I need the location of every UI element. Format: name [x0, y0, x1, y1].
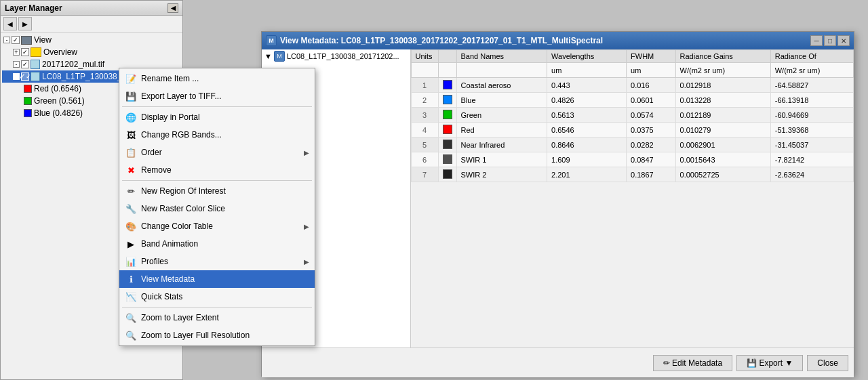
color-box-2: [443, 95, 452, 104]
table-row: 1 Coastal aeroso 0.443 0.016 0.012918 -6…: [411, 78, 854, 93]
expand-view[interactable]: -: [3, 37, 10, 43]
menu-item-new-roi[interactable]: ✏ New Region Of Interest: [119, 182, 315, 200]
edit-metadata-button[interactable]: ✏ Edit Metadata: [653, 355, 732, 371]
close-window-button[interactable]: ✕: [837, 35, 850, 46]
wavelength-2: 0.4826: [547, 93, 627, 108]
new-roi-icon: ✏: [125, 185, 137, 197]
menu-item-change-color[interactable]: 🎨 Change Color Table ▶: [119, 217, 315, 235]
wavelength-1: 0.443: [547, 78, 627, 93]
tree-item-overview[interactable]: + Overview: [2, 46, 181, 58]
green-swatch: [24, 97, 32, 105]
layer-manager-toolbar: ◀ ▶: [1, 16, 182, 33]
offset-7: -2.63624: [770, 167, 853, 182]
table-row: 3 Green 0.5613 0.0574 0.012189 -60.94669: [411, 108, 854, 123]
gain-5: 0.0062901: [675, 138, 770, 152]
rename-icon: 📝: [125, 72, 137, 85]
table-row: 5 Near Infrared 0.8646 0.0282 0.0062901 …: [411, 138, 854, 152]
table-row: 2 Blue 0.4826 0.0601 0.013228 -66.13918: [411, 93, 854, 108]
gain-2: 0.013228: [675, 93, 770, 108]
remove-icon: ✖: [125, 164, 137, 176]
zoom-extent-label: Zoom to Layer Extent: [141, 313, 309, 322]
divider-2: [122, 180, 312, 181]
color-cell-2: [438, 93, 456, 108]
menu-item-change-rgb[interactable]: 🖼 Change RGB Bands...: [119, 126, 315, 144]
check-raster1[interactable]: [21, 60, 29, 68]
restore-button[interactable]: □: [824, 35, 836, 46]
forward-button[interactable]: ▶: [18, 17, 32, 30]
menu-item-profiles[interactable]: 📊 Profiles ▶: [119, 253, 315, 270]
band-blue-label: Blue (0.4826): [34, 108, 83, 118]
menu-item-remove[interactable]: ✖ Remove: [119, 161, 315, 179]
offset-4: -51.39368: [770, 123, 853, 138]
subheader-band: [456, 63, 547, 78]
divider-1: [122, 106, 312, 107]
order-label: Order: [141, 148, 304, 157]
view-metadata-label: View Metadata: [141, 274, 309, 284]
menu-item-display-portal[interactable]: 🌐 Display in Portal: [119, 108, 315, 126]
fwhm-5: 0.0282: [627, 138, 676, 152]
menu-item-new-raster[interactable]: 🔧 New Raster Color Slice: [119, 200, 315, 217]
gain-6: 0.0015643: [675, 152, 770, 167]
tree-item-view[interactable]: - View: [2, 34, 181, 46]
table-scroll-area[interactable]: Units Band Names Wavelengths FWHM Radian…: [411, 49, 854, 347]
color-cell-1: [438, 78, 456, 93]
subheader-fwhm: um: [627, 63, 676, 78]
wavelength-7: 2.201: [547, 167, 627, 182]
color-box-7: [443, 169, 452, 179]
row-number-3: 3: [411, 108, 438, 123]
meta-tree-expand[interactable]: ▼: [264, 52, 272, 60]
menu-item-export[interactable]: 💾 Export Layer to TIFF...: [119, 87, 315, 105]
new-raster-icon: 🔧: [125, 203, 137, 215]
menu-item-quick-stats[interactable]: 📉 Quick Stats: [119, 288, 315, 305]
gain-4: 0.010279: [675, 123, 770, 138]
fwhm-7: 0.1867: [627, 167, 676, 182]
band-red-label: Red (0.6546): [34, 84, 81, 93]
change-color-icon: 🎨: [125, 220, 137, 232]
check-view[interactable]: [12, 36, 20, 44]
layer-manager-titlebar: Layer Manager ◀: [1, 1, 182, 16]
subheader-wl: um: [547, 63, 627, 78]
check-lc08[interactable]: ✓: [21, 72, 29, 81]
subheader-offset: W/(m2 sr um): [770, 63, 853, 78]
expand-overview[interactable]: +: [13, 49, 20, 56]
monitor-icon: [21, 36, 32, 45]
row-number-7: 7: [411, 167, 438, 182]
export-button[interactable]: 💾 Export ▼: [736, 355, 803, 371]
context-menu: 📝 Rename Item ... 💾 Export Layer to TIFF…: [119, 68, 315, 346]
expand-raster1[interactable]: -: [13, 61, 20, 68]
metadata-title-text: M View Metadata: LC08_L1TP_130038_201712…: [266, 35, 603, 46]
minimize-button[interactable]: ─: [810, 35, 823, 46]
wavelength-4: 0.6546: [547, 123, 627, 138]
meta-tree-icon: M: [274, 51, 285, 62]
change-rgb-label: Change RGB Bands...: [141, 130, 309, 140]
subheader-units: [411, 63, 438, 78]
fwhm-2: 0.0601: [627, 93, 676, 108]
row-number-6: 6: [411, 152, 438, 167]
band-green-label: Green (0.561): [34, 96, 85, 106]
menu-item-zoom-extent[interactable]: 🔍 Zoom to Layer Extent: [119, 309, 315, 326]
color-cell-6: [438, 152, 456, 167]
menu-item-order[interactable]: 📋 Order ▶: [119, 144, 315, 161]
display-portal-icon: 🌐: [125, 111, 137, 123]
menu-item-band-animation[interactable]: ▶ Band Animation: [119, 235, 315, 253]
band-name-3: Green: [456, 108, 547, 123]
col-header-fwhm: FWHM: [627, 50, 676, 63]
menu-item-zoom-resolution[interactable]: 🔍 Zoom to Layer Full Resolution: [119, 326, 315, 344]
meta-tree-root[interactable]: ▼ M LC08_L1TP_130038_20171202...: [262, 49, 410, 63]
pin-button[interactable]: ◀: [167, 3, 178, 13]
menu-item-view-metadata[interactable]: ℹ View Metadata: [119, 270, 315, 288]
back-button[interactable]: ◀: [3, 17, 17, 30]
profiles-label: Profiles: [141, 257, 304, 266]
close-button[interactable]: Close: [807, 355, 848, 371]
band-name-5: Near Infrared: [456, 138, 547, 152]
band-name-4: Red: [456, 123, 547, 138]
color-cell-5: [438, 138, 456, 152]
menu-item-rename[interactable]: 📝 Rename Item ...: [119, 70, 315, 87]
metadata-bottom-bar: ✏ Edit Metadata 💾 Export ▼ Close: [262, 347, 854, 377]
raster-icon-1: [31, 60, 40, 69]
color-box-6: [443, 154, 452, 164]
check-overview[interactable]: [21, 48, 29, 56]
band-name-6: SWIR 1: [456, 152, 547, 167]
metadata-table-area: Units Band Names Wavelengths FWHM Radian…: [411, 49, 854, 347]
offset-5: -31.45037: [770, 138, 853, 152]
